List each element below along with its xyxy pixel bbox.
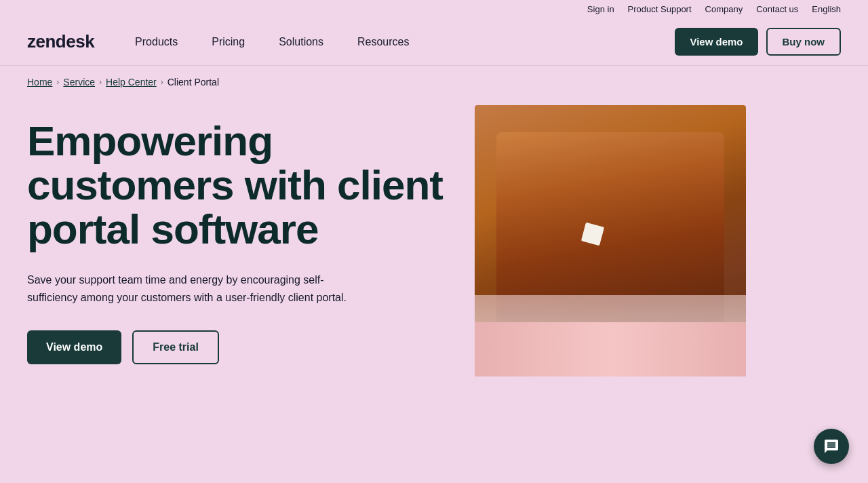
breadcrumb-service[interactable]: Service	[63, 77, 95, 88]
nav-pricing[interactable]: Pricing	[212, 36, 245, 48]
product-support-link[interactable]: Product Support	[628, 4, 692, 14]
nav-buy-now-button[interactable]: Buy now	[766, 28, 842, 56]
hero-free-trial-button[interactable]: Free trial	[132, 330, 219, 364]
hero-title: Empowering customers with client portal …	[27, 119, 448, 251]
language-selector[interactable]: English	[812, 4, 841, 14]
breadcrumb-current: Client Portal	[167, 77, 219, 88]
company-link[interactable]: Company	[705, 4, 743, 14]
breadcrumb-home[interactable]: Home	[27, 77, 52, 88]
nav-view-demo-button[interactable]: View demo	[675, 28, 757, 56]
contact-us-link[interactable]: Contact us	[756, 4, 798, 14]
nav-products[interactable]: Products	[135, 36, 178, 48]
sweater-label	[581, 223, 604, 246]
chat-button[interactable]	[814, 429, 849, 464]
hero-subtitle: Save your support team time and energy b…	[27, 271, 353, 306]
box-side	[475, 322, 746, 376]
breadcrumb-help-center[interactable]: Help Center	[106, 77, 157, 88]
nav-links: Products Pricing Solutions Resources	[135, 36, 675, 48]
main-navigation: zendesk Products Pricing Solutions Resou…	[0, 18, 868, 66]
breadcrumb: Home › Service › Help Center › Client Po…	[0, 66, 868, 98]
breadcrumb-sep-2: ›	[99, 77, 102, 87]
hero-view-demo-button[interactable]: View demo	[27, 330, 121, 364]
hero-image-visual	[475, 105, 746, 376]
breadcrumb-sep-3: ›	[161, 77, 163, 87]
nav-resources[interactable]: Resources	[357, 36, 409, 48]
nav-actions: View demo Buy now	[675, 28, 841, 56]
hero-content: Empowering customers with client portal …	[27, 112, 448, 364]
breadcrumb-sep-1: ›	[56, 77, 59, 87]
hero-section: Empowering customers with client portal …	[0, 98, 868, 376]
hero-buttons: View demo Free trial	[27, 330, 448, 364]
sign-in-link[interactable]: Sign in	[587, 4, 614, 14]
chat-icon	[823, 438, 840, 455]
hero-image	[475, 105, 746, 376]
nav-solutions[interactable]: Solutions	[279, 36, 323, 48]
zendesk-logo[interactable]: zendesk	[27, 31, 94, 52]
top-bar: Sign in Product Support Company Contact …	[0, 0, 868, 18]
